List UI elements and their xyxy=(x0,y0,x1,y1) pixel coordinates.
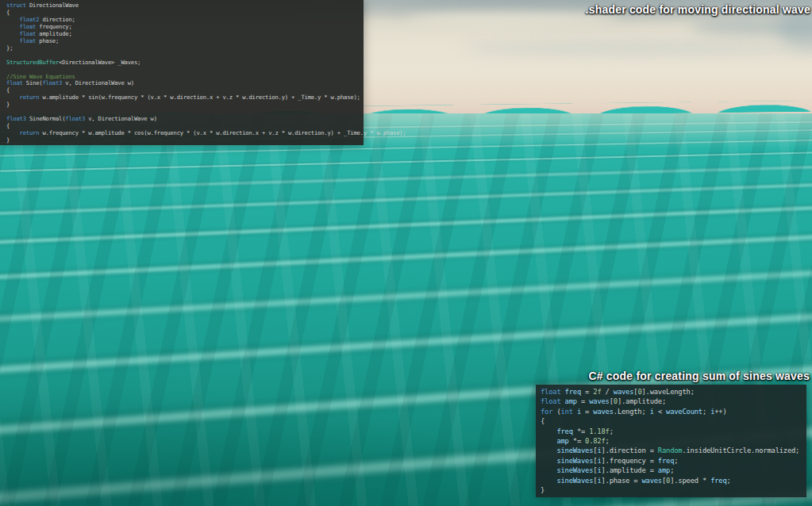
csharp-code: float freq = 2f / waves[0].waveLength;fl… xyxy=(536,385,806,495)
shader-code-panel: struct DirectionalWave{ float2 direction… xyxy=(0,0,364,145)
csharp-code-panel: float freq = 2f / waves[0].waveLength;fl… xyxy=(536,385,806,497)
code-line: sineWaves[i].frequency = freq; xyxy=(541,456,803,466)
code-line: sineWaves[i].amplitude = amp; xyxy=(541,466,803,475)
code-line: } xyxy=(6,102,362,109)
code-line: float amp = waves[0].amplitude; xyxy=(541,397,803,406)
code-line: float amplitude; xyxy=(6,31,362,38)
code-line: freq *= 1.18f; xyxy=(541,427,803,436)
code-line: float freq = 2f / waves[0].waveLength; xyxy=(541,387,803,397)
code-line: float phase; xyxy=(6,38,362,45)
code-line: return w.amplitude * sin(w.frequency * (… xyxy=(6,94,362,102)
cloud xyxy=(460,43,810,54)
code-line: for (int i = waves.Length; i < waveCount… xyxy=(541,407,803,416)
code-line: sineWaves[i].phase = waves[0].speed * fr… xyxy=(541,476,803,485)
code-line: } xyxy=(541,485,803,495)
code-line: amp *= 0.82f; xyxy=(541,436,803,446)
code-line: } xyxy=(6,137,362,144)
code-line: return w.frequency * w.amplitude * cos(w… xyxy=(6,130,362,137)
scene: struct DirectionalWave{ float2 direction… xyxy=(0,0,812,506)
shader-panel-title: .shader code for moving directional wave xyxy=(586,3,810,16)
code-line: sineWaves[i].direction = Random.insideUn… xyxy=(541,446,803,455)
code-line: float Sine(float3 v, DirectionalWave w) xyxy=(6,80,362,87)
csharp-panel-title: C# code for creating sum of sines waves xyxy=(588,370,810,382)
shader-code: struct DirectionalWave{ float2 direction… xyxy=(0,0,364,144)
code-line: struct DirectionalWave xyxy=(6,2,362,10)
code-line: { xyxy=(541,416,803,426)
code-line: }; xyxy=(6,45,362,52)
code-line: float3 SineNormal(float3 v, DirectionalW… xyxy=(6,116,362,123)
code-line: StructuredBuffer<DirectionalWave> _Waves… xyxy=(6,59,362,67)
